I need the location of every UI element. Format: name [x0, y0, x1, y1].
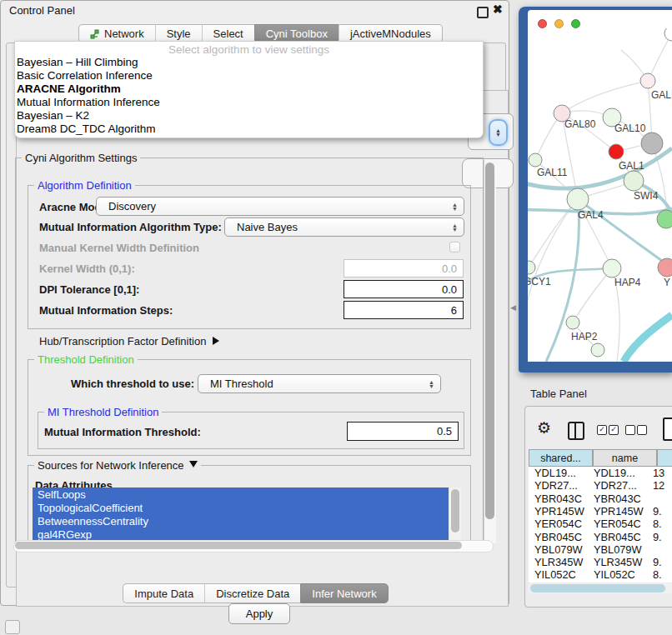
select-all-icon[interactable]: ✓	[609, 425, 619, 435]
table-cell: YER054C	[588, 518, 647, 530]
table-row[interactable]: YLR345WYLR345W9.	[529, 556, 672, 568]
tab-label: jActiveMNodules	[350, 28, 431, 40]
network-node[interactable]	[657, 210, 672, 228]
settings-horizontal-scrollbar[interactable]	[13, 540, 494, 552]
scrollbar-thumb[interactable]	[451, 489, 459, 532]
network-node-gcy1[interactable]	[528, 261, 535, 274]
table-row[interactable]: YER054CYER054C8.	[529, 518, 672, 530]
table-cell: 13	[647, 467, 672, 479]
mi-threshold-label: Mutual Information Threshold:	[44, 426, 201, 438]
scrollbar-thumb[interactable]	[530, 584, 665, 592]
column-browse-icon[interactable]	[568, 422, 584, 440]
dpi-tolerance-field[interactable]: 0.0	[344, 280, 464, 298]
network-node-hap2[interactable]	[566, 316, 579, 329]
table-row[interactable]: YIL052CYIL052C8.	[529, 568, 672, 581]
mi-type-label: Mutual Information Algorithm Type:	[39, 221, 222, 233]
network-edge[interactable]	[573, 268, 612, 322]
apply-button[interactable]: Apply	[228, 603, 290, 624]
minimize-traffic-icon[interactable]	[554, 19, 564, 28]
cyni-bottom-tabs: Impute DataDiscretize DataInfer Network	[1, 583, 510, 603]
tab-discretize-data[interactable]: Discretize Data	[204, 583, 300, 603]
dropdown-item[interactable]: Bayesian – K2	[15, 109, 483, 122]
column-header[interactable]	[657, 449, 672, 467]
tab-impute-data[interactable]: Impute Data	[123, 583, 204, 603]
dropdown-item[interactable]: ARACNE Algorithm	[15, 82, 483, 96]
node-label: GAL	[651, 89, 671, 101]
close-icon[interactable]: ✖	[493, 2, 503, 16]
kernel-width-value: 0.0	[442, 262, 457, 275]
which-threshold-value: MI Threshold	[210, 378, 273, 390]
network-node[interactable]	[591, 343, 604, 357]
column-header-shared[interactable]: shared...	[529, 449, 593, 467]
tab-infer-network[interactable]: Infer Network	[300, 583, 388, 603]
network-edge[interactable]	[562, 81, 648, 113]
table-cell	[647, 543, 672, 556]
threshold-definition-title: Threshold Definition	[34, 353, 138, 366]
network-node-swi4[interactable]	[624, 171, 644, 191]
network-node-gal4[interactable]	[567, 188, 589, 210]
sources-expander[interactable]: Sources for Network Inference	[34, 459, 201, 472]
attribute-list-item[interactable]: gal4RGexp	[33, 528, 449, 541]
threshold-definition-group: Threshold Definition Which threshold to …	[28, 359, 471, 456]
aracne-mode-combo[interactable]: Discovery ▲▼	[96, 197, 464, 216]
dropdown-item[interactable]: Dream8 DC_TDC Algorithm	[15, 122, 483, 136]
node-table[interactable]: shared...name YDL19...YDL19...13YDR27...…	[529, 449, 672, 582]
chevron-right-icon	[213, 337, 219, 345]
attribute-list-item[interactable]: SelfLoops	[33, 488, 449, 501]
select-all-icon[interactable]: ✓	[597, 425, 607, 435]
zoom-traffic-icon[interactable]	[571, 19, 580, 28]
attributes-scrollbar[interactable]	[450, 488, 461, 544]
mi-type-combo[interactable]: Naive Bayes ▲▼	[224, 218, 464, 237]
mi-steps-field[interactable]: 6	[344, 301, 464, 319]
table-cell: YLR345W	[529, 556, 588, 568]
column-header-name[interactable]: name	[593, 449, 657, 467]
network-node-y[interactable]	[658, 258, 672, 277]
table-row[interactable]: YDR27...YDR27...12	[529, 479, 672, 492]
network-node[interactable]	[641, 132, 663, 154]
dropdown-item[interactable]: Bayesian – Hill Climbing	[15, 56, 483, 69]
network-node-gal1[interactable]	[609, 144, 624, 159]
which-threshold-combo[interactable]: MI Threshold ▲▼	[198, 374, 441, 393]
manual-kernel-checkbox[interactable]	[449, 242, 460, 252]
combo-spinner-icon[interactable]: ▲▼	[489, 119, 508, 146]
deselect-all-icon[interactable]	[625, 425, 635, 435]
new-table-icon[interactable]	[663, 418, 672, 441]
scrollbar-thumb[interactable]	[15, 542, 462, 549]
table-row[interactable]: YDL19...YDL19...13	[529, 467, 672, 479]
network-node-gal[interactable]	[640, 73, 655, 88]
mi-threshold-group-title: MI Threshold Definition	[44, 406, 162, 418]
table-row[interactable]: YBL079WYBL079W	[529, 543, 672, 556]
deselect-all-icon[interactable]	[637, 425, 647, 435]
kernel-width-field[interactable]: 0.0	[344, 259, 464, 278]
network-view[interactable]: GALGAL80GAL10GAL1GAL11SWI4GAL4GCY1HAP4YH…	[528, 10, 672, 362]
mi-threshold-field[interactable]: 0.5	[347, 422, 459, 441]
attribute-list-item[interactable]: BetweennessCentrality	[33, 514, 449, 528]
network-edge[interactable]	[648, 33, 672, 81]
network-node-gal11[interactable]	[529, 153, 542, 167]
tab-label: Select	[213, 28, 243, 40]
float-window-icon[interactable]	[477, 7, 489, 18]
scrollbar-thumb[interactable]	[485, 162, 494, 519]
close-traffic-icon[interactable]	[538, 19, 547, 28]
attribute-list-item[interactable]: TopologicalCoefficient	[33, 501, 449, 514]
network-node[interactable]	[664, 28, 672, 41]
table-cell: YER054C	[529, 518, 588, 530]
hub-expander[interactable]: Hub/Transcription Factor Definition	[39, 335, 219, 348]
network-icon	[90, 29, 100, 39]
split-handle-icon[interactable]: ◀	[510, 303, 516, 312]
network-window[interactable]: GALGAL80GAL10GAL1GAL11SWI4GAL4GCY1HAP4YH…	[519, 7, 672, 372]
network-edge[interactable]	[624, 315, 672, 362]
gear-icon[interactable]: ⚙	[537, 420, 551, 436]
corner-button[interactable]	[5, 620, 20, 634]
network-graph[interactable]: GALGAL80GAL10GAL1GAL11SWI4GAL4GCY1HAP4YH…	[528, 28, 672, 362]
table-row[interactable]: YPR145WYPR145W9.	[529, 505, 672, 518]
dropdown-item[interactable]: Basic Correlation Inference	[15, 69, 483, 82]
network-node-hap4[interactable]	[603, 259, 621, 278]
dropdown-item[interactable]: Mutual Information Inference	[15, 96, 483, 109]
table-row[interactable]: YBR043CYBR043C	[529, 492, 672, 505]
table-row[interactable]: YBR045CYBR045C9.	[529, 531, 672, 543]
table-horizontal-scrollbar[interactable]	[529, 583, 672, 593]
data-attributes-list[interactable]: SelfLoopsTopologicalCoefficientBetweenne…	[33, 488, 449, 544]
settings-vertical-scrollbar[interactable]	[484, 160, 496, 543]
mi-steps-value: 6	[451, 304, 457, 317]
